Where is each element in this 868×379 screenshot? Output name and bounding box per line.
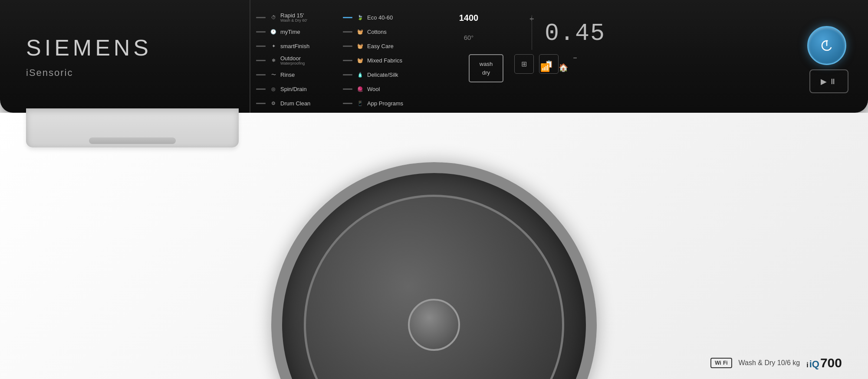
model-number: 700 xyxy=(820,356,842,370)
info-button[interactable]: ⊞ xyxy=(514,54,534,74)
drum-hub xyxy=(408,299,460,351)
divider-line xyxy=(532,15,532,50)
iq-brand: iQ xyxy=(809,359,819,370)
program-label: Eco 40-60 xyxy=(367,14,393,21)
program-label: Cottons xyxy=(367,29,387,35)
program-indicator xyxy=(256,60,266,61)
program-indicator xyxy=(343,46,352,47)
list-item[interactable]: 🧴 Delicate/Silk xyxy=(343,68,464,81)
play-pause-button[interactable]: ▶ ⏸ xyxy=(809,69,848,93)
program-label: Rapid 15'Wash & Dry 60' xyxy=(280,12,307,23)
speed-temp-display: 1400 60° xyxy=(421,13,516,41)
cottons-icon: 🧺 xyxy=(356,27,365,36)
list-item[interactable]: 🧶 Wool xyxy=(343,82,464,95)
iq-label: i xyxy=(806,361,808,369)
program-indicator xyxy=(343,88,352,90)
drumclean-icon: ⚙ xyxy=(269,99,278,108)
model-brand-number: i iQ 700 xyxy=(806,356,842,370)
model-description: Wash & Dry 10/6 kg xyxy=(739,359,800,367)
minus-button[interactable]: − xyxy=(573,54,577,62)
program-label: Spin/Drain xyxy=(280,86,307,92)
program-label: Wool xyxy=(367,86,380,92)
program-indicator xyxy=(343,103,352,104)
easycare-icon: 🧺 xyxy=(356,42,365,50)
rapid-icon: ⏱ xyxy=(269,13,278,22)
program-label: smartFinish xyxy=(280,43,309,49)
power-icon xyxy=(820,39,834,52)
program-label: OutdoorWaterproofing xyxy=(280,55,305,65)
wifi-label: Wi xyxy=(715,360,721,366)
eco-icon: 🍃 xyxy=(356,13,365,22)
program-label: Delicate/Silk xyxy=(367,72,398,78)
program-indicator xyxy=(256,17,266,18)
delicate-icon: 🧴 xyxy=(356,70,365,79)
time-readout: 0.45 xyxy=(540,15,610,52)
temp-value: 60° xyxy=(421,34,516,41)
info-icon: ⊞ xyxy=(521,60,527,68)
wool-icon: 🧶 xyxy=(356,85,365,93)
time-digits: 0.45 xyxy=(545,20,605,47)
wash-dry-button[interactable]: wash dry xyxy=(469,54,503,82)
detergent-drawer[interactable] xyxy=(26,108,239,147)
spindrain-icon: ◎ xyxy=(269,85,278,93)
wifi-icon: 📶 xyxy=(540,63,550,72)
connectivity-icons: 📶 🏠 xyxy=(540,63,568,72)
program-indicator xyxy=(343,74,352,75)
outdoor-icon: ❄ xyxy=(269,56,278,65)
program-indicator xyxy=(256,46,266,47)
machine-body: Wi Fi Wash & Dry 10/6 kg i iQ 700 xyxy=(0,113,868,379)
brand-area: SIEMENS iSensoric xyxy=(26,13,243,100)
program-label: Mixed Fabrics xyxy=(367,57,402,64)
appprograms-icon: 📱 xyxy=(356,99,365,108)
smartfinish-icon: ✦ xyxy=(269,42,278,50)
rinse-icon: 〜 xyxy=(269,70,278,79)
drum-outer-ring xyxy=(271,162,597,379)
brand-subtitle: iSensoric xyxy=(26,67,243,78)
list-item[interactable]: 🧺 Easy Care xyxy=(343,39,464,52)
power-button[interactable] xyxy=(807,26,846,65)
washing-machine: SIEMENS iSensoric ⏱ Rapid 15'Wash & Dry … xyxy=(0,0,868,379)
mixedfabrics-icon: 🧺 xyxy=(356,56,365,65)
list-item[interactable]: 📱 App Programs xyxy=(343,97,464,110)
program-indicator xyxy=(256,74,266,75)
program-label: App Programs xyxy=(367,100,403,107)
wifi-fi-label: Fi xyxy=(723,360,728,366)
home-icon: 🏠 xyxy=(559,63,568,72)
wifi-badge: Wi Fi xyxy=(710,358,732,368)
product-info: Wi Fi Wash & Dry 10/6 kg i iQ 700 xyxy=(710,356,842,370)
speed-value: 1400 xyxy=(421,13,516,25)
list-item[interactable]: 🧺 Mixed Fabrics xyxy=(343,54,464,67)
wash-dry-label: wash dry xyxy=(480,60,493,77)
program-indicator xyxy=(343,31,352,33)
drum-inner xyxy=(304,195,564,379)
program-indicator xyxy=(256,88,266,90)
program-label: Rinse xyxy=(280,72,295,78)
mytime-icon: 🕐 xyxy=(269,27,278,36)
brand-name: SIEMENS xyxy=(26,35,243,61)
program-label: Easy Care xyxy=(367,43,394,49)
program-indicator xyxy=(256,31,266,33)
program-indicator xyxy=(343,17,352,18)
panel-divider xyxy=(250,0,250,113)
program-indicator xyxy=(343,60,352,61)
program-label: Drum Clean xyxy=(280,100,310,107)
play-pause-icon: ▶ ⏸ xyxy=(821,77,837,86)
drawer-handle xyxy=(89,137,176,144)
control-panel: SIEMENS iSensoric ⏱ Rapid 15'Wash & Dry … xyxy=(0,0,868,113)
program-indicator xyxy=(256,103,266,104)
program-label: myTime xyxy=(280,29,300,35)
